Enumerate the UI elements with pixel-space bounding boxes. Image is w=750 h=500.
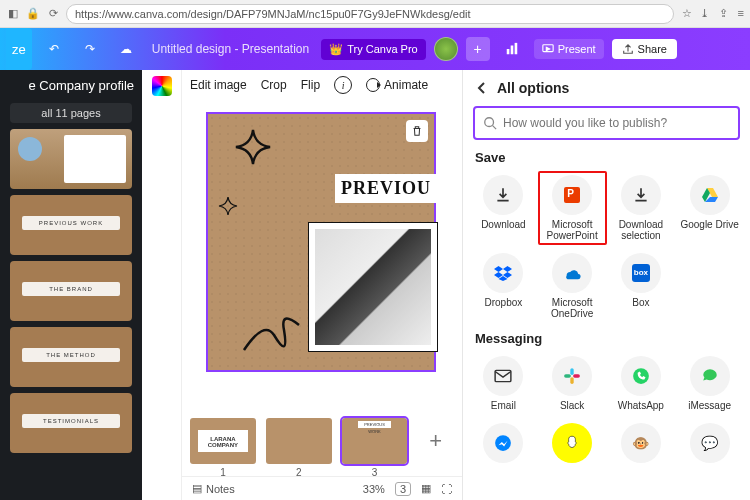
option-box[interactable]: boxBox [607, 249, 676, 323]
share-button[interactable]: Share [612, 39, 677, 59]
resize-button[interactable]: ze [6, 28, 32, 70]
zoom-level[interactable]: 33% [363, 483, 385, 495]
option-other[interactable]: 💬 [675, 419, 744, 467]
option-label: iMessage [688, 400, 731, 411]
publish-search[interactable] [473, 106, 740, 140]
slide-thumb-1[interactable]: LARANA COMPANY1 [190, 418, 256, 464]
messaging-grid: Email Slack WhatsApp iMessage 🐵 💬 [463, 350, 750, 473]
option-label: Microsoft PowerPoint [540, 219, 605, 241]
template-thumb-5[interactable]: TESTIMONIALS [10, 393, 132, 453]
all-options-title: All options [497, 80, 569, 96]
squiggle-decoration [234, 310, 314, 360]
color-wheel-button[interactable] [152, 76, 172, 96]
main-area: e Company profile all 11 pages PREVIOUS … [0, 70, 750, 500]
option-whatsapp[interactable]: WhatsApp [607, 352, 676, 415]
photo-frame[interactable] [308, 222, 438, 352]
try-canva-pro-button[interactable]: 👑 Try Canva Pro [321, 39, 426, 60]
dropbox-icon [483, 253, 523, 293]
animate-label: Animate [384, 78, 428, 92]
option-imessage[interactable]: iMessage [675, 352, 744, 415]
download-icon[interactable]: ⤓ [700, 7, 709, 20]
svg-rect-9 [573, 374, 580, 377]
flip-button[interactable]: Flip [301, 78, 320, 92]
snapchat-icon [552, 423, 592, 463]
option-microsoft-powerpoint[interactable]: Microsoft PowerPoint [538, 171, 607, 245]
undo-button[interactable]: ↶ [40, 35, 68, 63]
info-icon[interactable]: i [334, 76, 352, 94]
fullscreen-icon[interactable]: ⛶ [441, 483, 452, 495]
svg-rect-7 [564, 374, 571, 377]
powerpoint-icon [552, 175, 592, 215]
option-google-drive[interactable]: Google Drive [675, 171, 744, 245]
slide-canvas[interactable]: PREVIOU [206, 112, 436, 372]
messaging-section-title: Messaging [463, 329, 750, 350]
option-dropbox[interactable]: Dropbox [469, 249, 538, 323]
thumb-label: THE BRAND [22, 282, 120, 296]
option-download[interactable]: Download [469, 171, 538, 245]
lock-icon: 🔒 [26, 7, 40, 21]
share-panel-header: All options [463, 70, 750, 106]
back-chevron-icon[interactable] [475, 81, 489, 95]
option-label: Slack [560, 400, 584, 411]
option-snapchat[interactable] [538, 419, 607, 467]
search-icon [483, 116, 497, 130]
filmstrip: LARANA COMPANY1 2 PREVIOUS WORK3 + [182, 406, 462, 476]
slide-title-text: PREVIOU [335, 174, 437, 203]
animate-button[interactable]: Animate [366, 78, 428, 92]
chat-icon: 💬 [690, 423, 730, 463]
document-title[interactable]: Untitled design - Presentation [152, 42, 309, 56]
template-thumb-4[interactable]: THE METHOD [10, 327, 132, 387]
add-member-button[interactable]: + [466, 37, 490, 61]
slide-thumb-label: LARANA COMPANY [198, 430, 248, 452]
svg-rect-2 [514, 43, 517, 54]
url-field[interactable]: https://www.canva.com/design/DAFP79MNJaM… [66, 4, 674, 24]
extension-icon: ◧ [6, 7, 20, 21]
menu-icon[interactable]: ≡ [738, 7, 744, 20]
slide-thumb-3[interactable]: PREVIOUS WORK3 [342, 418, 408, 464]
sparkle-icon [234, 128, 272, 166]
mailchimp-icon: 🐵 [621, 423, 661, 463]
template-thumb-1[interactable] [10, 129, 132, 189]
grid-view-icon[interactable]: ▦ [421, 482, 431, 495]
crop-button[interactable]: Crop [261, 78, 287, 92]
redo-button[interactable]: ↷ [76, 35, 104, 63]
option-email[interactable]: Email [469, 352, 538, 415]
option-label: Download [481, 219, 525, 230]
color-picker-strip [142, 70, 182, 500]
save-grid: Download Microsoft PowerPoint Download s… [463, 169, 750, 329]
user-avatar[interactable] [434, 37, 458, 61]
box-icon: box [621, 253, 661, 293]
option-label: Google Drive [680, 219, 738, 230]
slack-icon [552, 356, 592, 396]
option-label: WhatsApp [618, 400, 664, 411]
cloud-save-icon[interactable]: ☁ [112, 35, 140, 63]
google-drive-icon [690, 175, 730, 215]
messenger-icon [483, 423, 523, 463]
add-slide-button[interactable]: + [417, 421, 454, 461]
notes-label: Notes [206, 483, 235, 495]
publish-search-input[interactable] [503, 116, 730, 130]
option-label: Download selection [609, 219, 674, 241]
notes-toggle[interactable]: ▤Notes [192, 482, 235, 495]
app-toolbar: ze ↶ ↷ ☁ Untitled design - Presentation … [0, 28, 750, 70]
template-thumb-3[interactable]: THE BRAND [10, 261, 132, 321]
option-label: Microsoft OneDrive [540, 297, 605, 319]
analytics-icon[interactable] [498, 35, 526, 63]
option-microsoft-onedrive[interactable]: Microsoft OneDrive [538, 249, 607, 323]
apply-all-pages-button[interactable]: all 11 pages [10, 103, 132, 123]
edit-image-button[interactable]: Edit image [190, 78, 247, 92]
refresh-icon[interactable]: ⟳ [46, 7, 60, 21]
option-slack[interactable]: Slack [538, 352, 607, 415]
option-download-selection[interactable]: Download selection [607, 171, 676, 245]
page-indicator[interactable]: 3 [395, 482, 411, 496]
canvas-wrapper: PREVIOU [206, 112, 436, 412]
delete-button[interactable] [406, 120, 428, 142]
option-mailchimp[interactable]: 🐵 [607, 419, 676, 467]
star-icon[interactable]: ☆ [680, 7, 694, 21]
slide-thumb-2[interactable]: 2 [266, 418, 332, 464]
option-messenger[interactable] [469, 419, 538, 467]
template-thumb-2[interactable]: PREVIOUS WORK [10, 195, 132, 255]
upload-icon[interactable]: ⇪ [719, 7, 728, 20]
present-button[interactable]: Present [534, 39, 604, 59]
notes-icon: ▤ [192, 482, 202, 495]
